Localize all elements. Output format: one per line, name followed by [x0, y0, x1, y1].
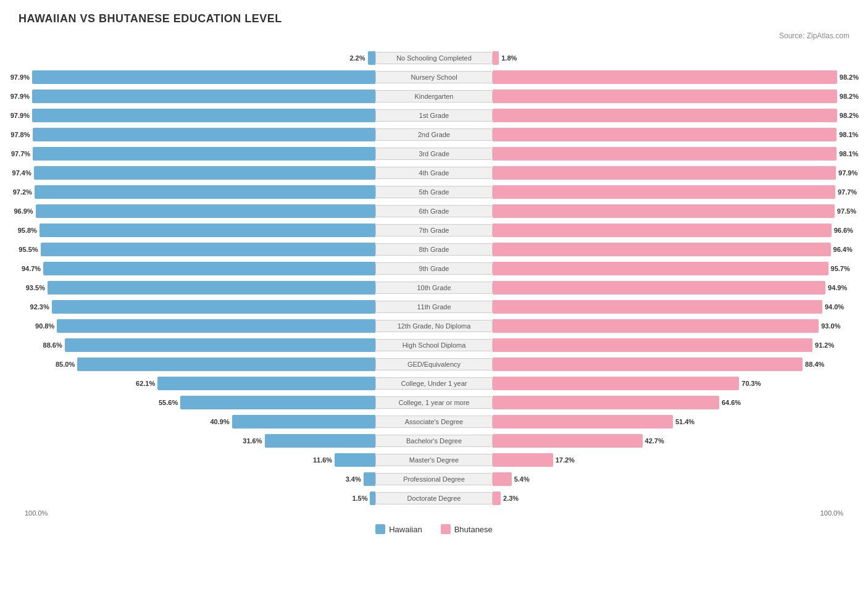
right-section: 94.9% [493, 279, 843, 296]
bhutanese-value-label: 70.3% [741, 380, 761, 387]
right-section: 97.9% [493, 164, 843, 182]
right-section: 64.6% [493, 394, 843, 411]
bhutanese-bar [493, 204, 835, 218]
bhutanese-value-label: 97.9% [838, 169, 858, 177]
right-section: 98.1% [493, 126, 843, 143]
hawaiian-bar [43, 262, 375, 275]
bar-row: 97.2%5th Grade97.7% [25, 183, 843, 201]
bar-row: 93.5%10th Grade94.9% [25, 279, 843, 296]
hawaiian-value-label: 97.4% [12, 169, 31, 177]
bar-row: 97.9%Kindergarten98.2% [25, 88, 843, 105]
bar-row: 31.6%Bachelor's Degree42.7% [25, 432, 843, 449]
bar-row: 11.6%Master's Degree17.2% [25, 451, 843, 469]
bhutanese-value-label: 95.7% [831, 265, 850, 272]
category-label: College, 1 year or more [375, 396, 493, 409]
right-section: 93.0% [493, 317, 843, 335]
bhutanese-value-label: 94.0% [825, 303, 844, 311]
right-section: 91.2% [493, 337, 843, 354]
left-section: 97.8% [25, 126, 375, 143]
category-label: 3rd Grade [375, 148, 493, 160]
bhutanese-value-label: 64.6% [722, 399, 741, 406]
hawaiian-value-label: 97.8% [10, 131, 30, 138]
bar-row: 2.2%No Schooling Completed1.8% [25, 49, 843, 67]
bhutanese-value-label: 98.2% [840, 73, 859, 81]
right-section: 88.4% [493, 356, 843, 373]
bhutanese-value-label: 97.5% [837, 207, 856, 215]
bar-row: 96.9%6th Grade97.5% [25, 203, 843, 220]
bhutanese-value-label: 93.0% [821, 322, 840, 330]
hawaiian-bar [368, 51, 375, 65]
category-label: GED/Equivalency [375, 358, 493, 370]
hawaiian-bar [232, 415, 375, 429]
category-label: 9th Grade [375, 262, 493, 275]
hawaiian-bar [157, 377, 375, 390]
right-section: 70.3% [493, 375, 843, 392]
bhutanese-value-label: 98.1% [839, 131, 858, 138]
chart-title: HAWAIIAN VS BHUTANESE EDUCATION LEVEL [19, 12, 849, 25]
source-text: Source: ZipAtlas.com [19, 31, 849, 40]
hawaiian-value-label: 11.6% [313, 456, 332, 464]
bhutanese-value-label: 97.7% [838, 188, 857, 196]
category-label: 10th Grade [375, 282, 493, 294]
hawaiian-bar [32, 109, 375, 122]
hawaiian-bar [364, 472, 375, 486]
right-section: 42.7% [493, 432, 843, 449]
hawaiian-value-label: 3.4% [346, 475, 361, 483]
legend-bhutanese-box [441, 524, 451, 534]
right-section: 51.4% [493, 413, 843, 430]
hawaiian-value-label: 95.8% [18, 227, 37, 234]
left-section: 40.9% [25, 413, 375, 430]
hawaiian-value-label: 95.5% [19, 246, 38, 253]
bar-row: 3.4%Professional Degree5.4% [25, 470, 843, 488]
bhutanese-value-label: 91.2% [815, 341, 834, 349]
hawaiian-value-label: 97.2% [13, 188, 32, 196]
axis-labels: 100.0% 100.0% [25, 509, 843, 517]
category-label: No Schooling Completed [375, 52, 493, 64]
category-label: College, Under 1 year [375, 377, 493, 390]
left-section: 90.8% [25, 317, 375, 335]
right-section: 98.2% [493, 88, 843, 105]
bar-row: 97.7%3rd Grade98.1% [25, 145, 843, 162]
hawaiian-bar [52, 300, 375, 314]
right-section: 94.0% [493, 298, 843, 316]
category-label: Professional Degree [375, 473, 493, 485]
hawaiian-value-label: 88.6% [43, 341, 62, 349]
left-section: 11.6% [25, 451, 375, 469]
right-section: 98.1% [493, 145, 843, 162]
category-label: Nursery School [375, 71, 493, 83]
bar-row: 1.5%Doctorate Degree2.3% [25, 490, 843, 507]
category-label: Associate's Degree [375, 416, 493, 428]
legend-hawaiian-box [375, 524, 385, 534]
hawaiian-value-label: 90.8% [35, 322, 54, 330]
bar-row: 97.9%1st Grade98.2% [25, 107, 843, 124]
left-section: 88.6% [25, 337, 375, 354]
hawaiian-value-label: 92.3% [30, 303, 49, 311]
bhutanese-bar [493, 166, 836, 180]
hawaiian-value-label: 1.5% [352, 495, 367, 502]
bhutanese-bar [493, 338, 812, 352]
hawaiian-bar [34, 166, 375, 180]
category-label: 2nd Grade [375, 128, 493, 141]
bhutanese-bar [493, 224, 832, 237]
bhutanese-value-label: 5.4% [514, 475, 530, 483]
category-label: 4th Grade [375, 167, 493, 179]
bhutanese-value-label: 98.2% [840, 93, 859, 100]
category-label: Doctorate Degree [375, 492, 493, 504]
hawaiian-bar [32, 70, 375, 84]
chart-wrapper: 2.2%No Schooling Completed1.8%97.9%Nurse… [19, 49, 849, 534]
bhutanese-bar [493, 109, 837, 122]
category-label: Bachelor's Degree [375, 435, 493, 447]
category-label: High School Diploma [375, 339, 493, 351]
hawaiian-bar [370, 491, 375, 505]
hawaiian-bar [65, 338, 375, 352]
right-section: 96.6% [493, 222, 843, 239]
hawaiian-bar [180, 396, 375, 409]
category-label: 12th Grade, No Diploma [375, 320, 493, 332]
category-label: 5th Grade [375, 186, 493, 198]
bar-row: 90.8%12th Grade, No Diploma93.0% [25, 317, 843, 335]
axis-right: 100.0% [820, 509, 843, 517]
left-section: 97.4% [25, 164, 375, 182]
bhutanese-value-label: 2.3% [503, 495, 519, 502]
bhutanese-bar [493, 434, 643, 448]
right-section: 97.5% [493, 203, 843, 220]
